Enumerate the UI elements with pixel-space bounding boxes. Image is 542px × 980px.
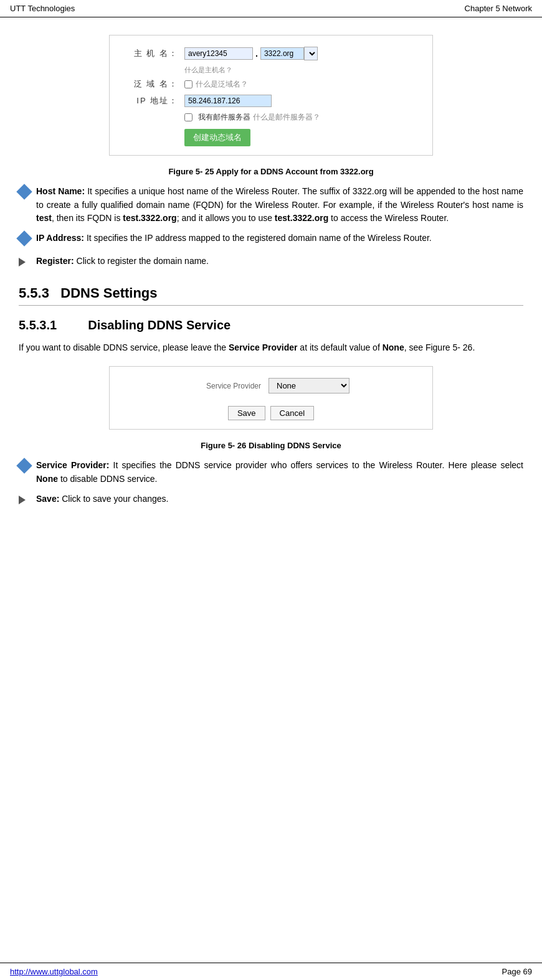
mail-hint: 什么是邮件服务器？ bbox=[253, 112, 320, 123]
bullets-26-section: Service Provider: It specifies the DDNS … bbox=[19, 459, 523, 508]
section-5531-title: Disabling DDNS Service bbox=[88, 318, 231, 332]
ddns-form-26: Service Provider None DynDNS 3322.org No… bbox=[122, 378, 420, 420]
page-header: UTT Technologies Chapter 5 Network bbox=[0, 0, 542, 17]
hostname-input[interactable] bbox=[184, 47, 253, 60]
bullet-ip-text: IP Address: It specifies the IP address … bbox=[36, 232, 523, 245]
section-5531-number: 5.5.3.1 bbox=[19, 318, 57, 332]
figure-26-caption: Figure 5- 26 Disabling DDNS Service bbox=[19, 441, 523, 450]
ip-input[interactable] bbox=[184, 95, 272, 107]
provider-label: Service Provider bbox=[193, 382, 261, 390]
footer-link[interactable]: http://www.uttglobal.com bbox=[10, 967, 98, 976]
save-bold: Save: bbox=[36, 494, 59, 504]
none-bold: None bbox=[383, 342, 404, 352]
bullet-register-text: Register: Click to register the domain n… bbox=[36, 255, 523, 268]
bullets-25-section: Host Name: It specifies a unique host na… bbox=[19, 185, 523, 270]
service-provider-bold: Service Provider bbox=[229, 342, 298, 352]
ddns-form-25: 主 机 名： . 什么是主机名？ 泛 域 名： 什么是泛域名？ IP 地址： bbox=[122, 47, 420, 146]
page-content: 主 机 名： . 什么是主机名？ 泛 域 名： 什么是泛域名？ IP 地址： bbox=[0, 17, 542, 554]
provider-row: Service Provider None DynDNS 3322.org No… bbox=[193, 378, 349, 393]
mail-checkbox[interactable] bbox=[184, 113, 193, 121]
dot-separator: . bbox=[255, 49, 258, 59]
form26-btn-row: Save Cancel bbox=[228, 406, 314, 420]
ip-row: IP 地址： bbox=[122, 95, 420, 107]
page-number: Page 69 bbox=[502, 967, 532, 976]
provider-select[interactable]: None DynDNS 3322.org No-IP bbox=[269, 378, 349, 393]
domain-label: 泛 域 名： bbox=[122, 78, 178, 90]
ip-label: IP 地址： bbox=[122, 95, 178, 106]
section-553-title: DDNS Settings bbox=[60, 285, 157, 301]
bullet-save: Save: Click to save your changes. bbox=[19, 492, 523, 509]
sp-bold: Service Provider: bbox=[36, 460, 109, 470]
arrow-icon-1 bbox=[19, 255, 32, 271]
bullet-hostname: Host Name: It specifies a unique host na… bbox=[19, 185, 523, 225]
diamond-icon-3 bbox=[19, 459, 32, 476]
bullet-ip: IP Address: It specifies the IP address … bbox=[19, 232, 523, 248]
disable-ddns-para: If you want to disable DDNS service, ple… bbox=[19, 341, 523, 355]
section-553-number: 5.5.3 bbox=[19, 285, 49, 301]
bullet-service-provider: Service Provider: It specifies the DDNS … bbox=[19, 459, 523, 486]
ip-bold: IP Address: bbox=[36, 233, 84, 243]
hostname-bold: Host Name: bbox=[36, 186, 85, 196]
domain-row: 泛 域 名： 什么是泛域名？ bbox=[122, 78, 420, 90]
create-btn-row: 创建动态域名 bbox=[184, 129, 420, 146]
figure-25-caption: Figure 5- 25 Apply for a DDNS Account fr… bbox=[19, 167, 523, 176]
save-button[interactable]: Save bbox=[228, 406, 265, 420]
diamond-icon-2 bbox=[19, 232, 32, 248]
hostname-label: 主 机 名： bbox=[122, 48, 178, 59]
domain-input[interactable] bbox=[260, 47, 304, 60]
create-ddns-button[interactable]: 创建动态域名 bbox=[184, 129, 250, 146]
domain-dropdown[interactable] bbox=[304, 47, 318, 60]
header-right: Chapter 5 Network bbox=[465, 4, 532, 13]
domain-checkbox[interactable] bbox=[184, 80, 193, 88]
mail-label: 我有邮件服务器 bbox=[198, 112, 250, 123]
diamond-icon-1 bbox=[19, 186, 32, 202]
register-bold: Register: bbox=[36, 256, 74, 266]
arrow-icon-2 bbox=[19, 493, 32, 509]
section-5531-heading: 5.5.3.1 Disabling DDNS Service bbox=[19, 318, 523, 332]
bullet-save-text: Save: Click to save your changes. bbox=[36, 492, 523, 506]
mail-row: 我有邮件服务器 什么是邮件服务器？ bbox=[184, 112, 420, 123]
hostname-hint: 什么是主机名？ bbox=[184, 65, 420, 75]
figure-26-box: Service Provider None DynDNS 3322.org No… bbox=[109, 366, 433, 430]
page-footer: http://www.uttglobal.com Page 69 bbox=[0, 963, 542, 980]
fqdn-bold: test.3322.org bbox=[123, 213, 176, 223]
hostname-row: 主 机 名： . bbox=[122, 47, 420, 60]
bullet-hostname-text: Host Name: It specifies a unique host na… bbox=[36, 185, 523, 225]
figure-25-box: 主 机 名： . 什么是主机名？ 泛 域 名： 什么是泛域名？ IP 地址： bbox=[109, 35, 433, 156]
none-bold2: None bbox=[36, 474, 58, 484]
fqdn-bold2: test.3322.org bbox=[275, 213, 328, 223]
bullet-service-provider-text: Service Provider: It specifies the DDNS … bbox=[36, 459, 523, 486]
cancel-button[interactable]: Cancel bbox=[270, 406, 314, 420]
test-bold: test bbox=[36, 213, 52, 223]
bullet-register: Register: Click to register the domain n… bbox=[19, 255, 523, 271]
domain-hint: 什么是泛域名？ bbox=[196, 79, 248, 90]
header-left: UTT Technologies bbox=[10, 4, 75, 13]
section-553-heading: 5.5.3 DDNS Settings bbox=[19, 285, 523, 306]
